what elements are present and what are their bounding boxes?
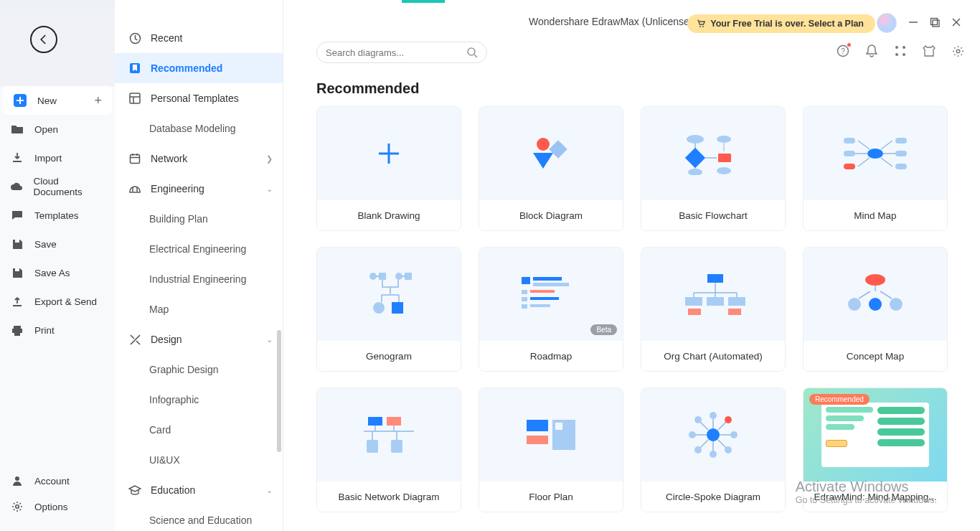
svg-rect-65 [555, 423, 562, 430]
label: Infographic [149, 394, 199, 405]
svg-rect-51 [728, 297, 745, 306]
left-item-import[interactable]: Import [0, 144, 115, 172]
category-item-map[interactable]: Map [115, 294, 283, 324]
template-thumb: Beta [479, 248, 623, 341]
search-input[interactable] [326, 47, 466, 58]
window-maximize[interactable] [930, 17, 940, 27]
left-item-new[interactable]: New + [3, 86, 112, 115]
search-box[interactable] [316, 42, 487, 63]
svg-rect-50 [707, 297, 724, 306]
label: Templates [34, 210, 79, 221]
svg-rect-31 [844, 164, 855, 169]
bell-icon[interactable] [865, 44, 878, 57]
template-card-floor[interactable]: Floor Plan [479, 387, 623, 512]
template-thumb [317, 107, 461, 200]
template-card-net[interactable]: Basic Network Diagram [316, 387, 461, 512]
svg-point-24 [717, 136, 731, 143]
category-item-infog[interactable]: Infographic [115, 385, 283, 415]
template-thumb [317, 388, 461, 481]
left-item-templates[interactable]: Templates [0, 201, 115, 230]
arrow-left-icon [37, 33, 50, 46]
template-card-flow[interactable]: Basic Flowchart [641, 106, 786, 231]
search-icon [466, 47, 478, 58]
label: Save As [34, 268, 70, 278]
category-item-education[interactable]: Education⌄ [115, 475, 283, 505]
category-item-graphic[interactable]: Graphic Design [115, 354, 283, 385]
label: Recommended [151, 62, 222, 74]
label: Education [151, 484, 195, 496]
left-item-save[interactable]: Save [0, 230, 115, 258]
template-card-geno[interactable]: Genogram [316, 247, 461, 372]
template-card-blank[interactable]: Blank Drawing [316, 106, 461, 231]
template-label: Blank Drawing [317, 200, 461, 230]
window-close[interactable] [951, 17, 961, 27]
left-item-saveas[interactable]: Save As [0, 258, 115, 287]
category-item-indus[interactable]: Industrial Engineering [115, 264, 283, 294]
back-button[interactable] [30, 26, 57, 53]
window-minimize[interactable] [908, 17, 918, 27]
scrollbar[interactable] [277, 330, 281, 452]
category-item-building[interactable]: Building Plan [115, 204, 283, 234]
template-card-road[interactable]: BetaRoadmap [479, 247, 623, 372]
template-card-concept[interactable]: Concept Map [803, 247, 948, 372]
layout-icon [128, 91, 142, 105]
left-rail-bottom: Account Options [0, 468, 115, 520]
template-card-mind[interactable]: Mind Map [803, 106, 948, 231]
label: Cloud Documents [34, 176, 105, 197]
tshirt-icon[interactable] [923, 44, 936, 57]
plus-icon[interactable]: + [94, 93, 102, 108]
category-item-engineering[interactable]: Engineering⌄ [115, 174, 283, 204]
template-label: Floor Plan [479, 481, 623, 512]
svg-rect-5 [131, 155, 140, 164]
category-item-recommended[interactable]: Recommended [115, 53, 283, 83]
category-item-recent[interactable]: Recent [115, 23, 283, 53]
left-item-print[interactable]: Print [0, 316, 115, 344]
svg-rect-30 [895, 151, 907, 156]
save-icon [10, 266, 24, 280]
category-item-dbmodel[interactable]: Database Modeling [115, 113, 283, 144]
svg-rect-63 [527, 436, 548, 444]
svg-rect-40 [533, 277, 562, 281]
avatar[interactable] [877, 13, 897, 33]
svg-point-74 [725, 446, 732, 454]
label: Building Plan [149, 213, 208, 225]
svg-rect-61 [391, 440, 402, 453]
left-item-account[interactable]: Account [0, 468, 115, 494]
label: Electrical Engineering [149, 243, 246, 255]
category-item-uiux[interactable]: UI&UX [115, 445, 283, 475]
template-card-block[interactable]: Block Diagram [479, 106, 623, 231]
folder-icon [10, 122, 24, 136]
category-item-personal[interactable]: Personal Templates [115, 83, 283, 113]
template-thumb [479, 107, 623, 200]
grad-icon [128, 483, 142, 497]
svg-rect-45 [530, 297, 559, 300]
category-item-card[interactable]: Card [115, 415, 283, 445]
left-item-cloud[interactable]: Cloud Documents [0, 172, 115, 201]
left-item-open[interactable]: Open [0, 115, 115, 144]
left-rail: New + Open Import Cloud Documents Templa… [0, 0, 115, 531]
label: Import [34, 153, 62, 164]
calendar-icon [128, 151, 142, 166]
template-card-edrawmind[interactable]: RecommendedEdrawMind: Mind Mapping... [803, 387, 948, 512]
gear-icon[interactable] [951, 44, 964, 57]
template-thumb: Recommended [804, 388, 947, 481]
category-item-design[interactable]: Design⌄ [115, 324, 283, 354]
help-icon[interactable]: ? [837, 44, 849, 57]
category-item-network[interactable]: Network❯ [115, 144, 283, 174]
category-item-sciedu[interactable]: Science and Education [115, 505, 283, 531]
left-item-options[interactable]: Options [0, 494, 115, 520]
svg-point-14 [903, 46, 905, 49]
label: Engineering [151, 183, 204, 194]
svg-rect-48 [707, 274, 723, 283]
apps-icon[interactable] [894, 44, 907, 57]
category-item-elec[interactable]: Electrical Engineering [115, 234, 283, 264]
trial-banner[interactable]: Your Free Trial is over. Select a Plan [687, 14, 875, 33]
left-item-export[interactable]: Export & Send [0, 287, 115, 316]
svg-point-73 [694, 446, 702, 454]
template-card-spoke[interactable]: Circle-Spoke Diagram [641, 387, 786, 512]
svg-rect-42 [522, 290, 527, 294]
label: Account [34, 476, 70, 487]
template-card-org[interactable]: Org Chart (Automated) [641, 247, 786, 372]
svg-rect-22 [718, 154, 731, 162]
svg-rect-62 [527, 420, 548, 431]
